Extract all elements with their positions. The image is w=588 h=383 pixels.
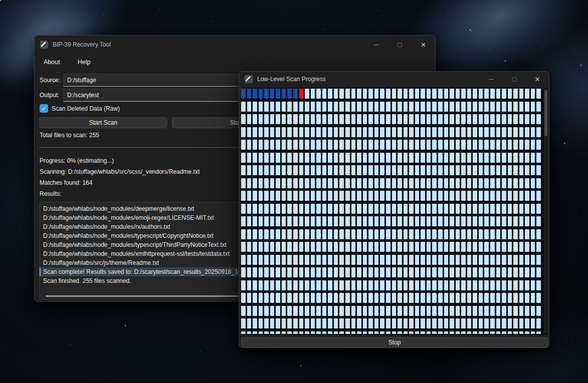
scan-cell bbox=[334, 267, 338, 277]
scan-cell bbox=[398, 318, 402, 328]
start-scan-button[interactable]: Start Scan bbox=[39, 117, 167, 128]
scan-cell bbox=[322, 267, 327, 277]
scan-cell bbox=[444, 331, 449, 334]
scan-cell bbox=[508, 153, 512, 163]
scan-cell bbox=[496, 191, 501, 201]
scan-titlebar[interactable]: Low-Level Scan Progress ✕ bbox=[239, 72, 549, 87]
scan-cell bbox=[438, 318, 443, 328]
close-button[interactable]: ✕ bbox=[412, 36, 435, 54]
scan-cell bbox=[508, 229, 512, 239]
scan-cell bbox=[456, 331, 460, 334]
menu-item-about[interactable]: About bbox=[41, 57, 63, 68]
scan-cell bbox=[316, 306, 321, 316]
scan-cell bbox=[404, 165, 408, 175]
scan-cell bbox=[513, 140, 518, 150]
scan-cell bbox=[438, 153, 443, 163]
scan-cell bbox=[404, 204, 408, 214]
scan-cell bbox=[241, 306, 246, 316]
scan-cell bbox=[386, 229, 390, 239]
scan-cell bbox=[305, 178, 309, 188]
scan-cell bbox=[392, 178, 397, 188]
scan-cell bbox=[450, 178, 454, 188]
scan-cell bbox=[316, 165, 321, 175]
scan-cell bbox=[380, 242, 384, 252]
scan-cell bbox=[508, 102, 512, 112]
scan-cell bbox=[450, 204, 454, 214]
scan-cell bbox=[253, 242, 257, 252]
scan-cell bbox=[368, 216, 373, 226]
recovery-titlebar[interactable]: BIP-39 Recovery Tool ✕ bbox=[35, 36, 435, 54]
scan-cell bbox=[247, 216, 252, 226]
scan-cell bbox=[467, 204, 472, 214]
scan-cell bbox=[282, 242, 286, 252]
scan-cell bbox=[450, 102, 454, 112]
scan-cell bbox=[479, 153, 483, 163]
scan-cell bbox=[531, 242, 535, 252]
scan-cell bbox=[328, 102, 332, 112]
scan-cell bbox=[392, 140, 397, 150]
scan-cell bbox=[305, 280, 309, 290]
scan-cell bbox=[536, 229, 541, 239]
maximize-button[interactable] bbox=[388, 36, 412, 54]
scan-cell bbox=[299, 216, 304, 226]
scan-cell bbox=[386, 191, 390, 201]
scan-cell bbox=[334, 280, 338, 290]
scan-cell bbox=[345, 255, 350, 265]
scan-cell bbox=[247, 140, 252, 150]
scan-cell bbox=[444, 293, 449, 303]
scan-cell bbox=[316, 140, 321, 150]
scan-cell bbox=[339, 267, 344, 277]
scan-cell bbox=[398, 229, 402, 239]
scan-cell bbox=[398, 140, 402, 150]
scan-cell bbox=[513, 331, 518, 334]
grid-scrollbar[interactable] bbox=[544, 89, 548, 334]
scan-cell bbox=[374, 204, 379, 214]
menu-item-help[interactable]: Help bbox=[75, 57, 94, 68]
scan-cell bbox=[409, 306, 414, 316]
scan-cell bbox=[496, 178, 501, 188]
scan-cell bbox=[508, 280, 512, 290]
scan-cell bbox=[276, 178, 280, 188]
scan-cell bbox=[334, 318, 338, 328]
scan-cell bbox=[322, 89, 327, 99]
maximize-button[interactable] bbox=[503, 72, 526, 87]
scan-cell bbox=[241, 318, 246, 328]
scan-cell bbox=[322, 204, 327, 214]
scan-deleted-checkbox[interactable]: ✓ bbox=[40, 104, 48, 113]
scan-cell bbox=[345, 165, 350, 175]
scan-cell bbox=[316, 280, 321, 290]
scan-cell bbox=[490, 127, 495, 137]
scan-cell bbox=[293, 102, 298, 112]
scan-cell bbox=[293, 306, 298, 316]
scan-cell bbox=[536, 204, 541, 214]
scan-cell bbox=[508, 216, 512, 226]
scan-cell bbox=[316, 318, 321, 328]
scan-cell bbox=[357, 140, 361, 150]
scan-cell bbox=[519, 178, 524, 188]
scan-cell bbox=[380, 140, 384, 150]
scan-cell bbox=[316, 216, 321, 226]
scan-cell bbox=[398, 165, 402, 175]
scan-cell bbox=[398, 331, 402, 334]
app-icon bbox=[40, 41, 48, 49]
scan-cell bbox=[264, 280, 269, 290]
scan-cell bbox=[253, 89, 257, 99]
maximize-icon bbox=[398, 43, 402, 47]
minimize-button[interactable] bbox=[480, 72, 503, 87]
scan-cell bbox=[508, 267, 512, 277]
scan-cell bbox=[490, 165, 495, 175]
scan-cell bbox=[536, 127, 541, 137]
scan-cell bbox=[496, 229, 501, 239]
close-button[interactable]: ✕ bbox=[526, 72, 549, 87]
scan-cell bbox=[404, 293, 408, 303]
app-icon bbox=[245, 75, 253, 83]
stop-button[interactable]: Stop bbox=[241, 337, 548, 347]
scan-cell bbox=[299, 127, 304, 137]
scan-cell bbox=[467, 306, 472, 316]
scan-cell bbox=[339, 306, 344, 316]
scan-cell bbox=[357, 127, 361, 137]
scan-cell bbox=[305, 267, 309, 277]
minimize-button[interactable] bbox=[364, 36, 388, 54]
grid-scrollbar-thumb[interactable] bbox=[544, 90, 547, 136]
scan-cell bbox=[345, 306, 350, 316]
